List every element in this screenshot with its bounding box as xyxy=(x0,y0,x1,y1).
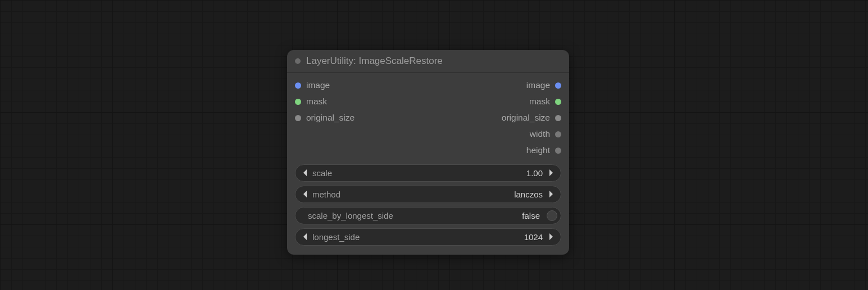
port-label: width xyxy=(530,128,550,140)
port-label: original_size xyxy=(502,112,550,124)
port-dot-icon[interactable] xyxy=(555,148,561,154)
widget-label: scale xyxy=(312,168,332,178)
output-port-original-size[interactable]: original_size xyxy=(502,112,561,124)
widget-value: lanczos xyxy=(514,190,543,199)
chevron-right-icon[interactable] xyxy=(546,189,556,199)
scale-by-longest-side-toggle[interactable]: scale_by_longest_side false xyxy=(295,207,561,224)
chevron-left-icon[interactable] xyxy=(300,168,310,178)
port-label: original_size xyxy=(306,112,355,124)
output-port-height[interactable]: height xyxy=(526,145,561,156)
port-label: height xyxy=(526,145,550,156)
port-dot-icon[interactable] xyxy=(555,99,561,105)
widget-label: scale_by_longest_side xyxy=(308,211,393,220)
longest-side-widget[interactable]: longest_side 1024 xyxy=(295,228,561,246)
widget-value: 1.00 xyxy=(526,168,543,178)
node-collapse-dot-icon[interactable] xyxy=(295,58,301,64)
node-body: image mask original_size image xyxy=(287,73,569,255)
chevron-left-icon[interactable] xyxy=(300,189,310,199)
port-label: image xyxy=(306,80,330,91)
chevron-left-icon[interactable] xyxy=(300,232,310,242)
port-dot-icon[interactable] xyxy=(555,131,561,137)
method-widget[interactable]: method lanczos xyxy=(295,186,561,203)
node-image-scale-restore[interactable]: LayerUtility: ImageScaleRestore image ma… xyxy=(287,50,569,255)
toggle-knob-icon[interactable] xyxy=(547,210,557,221)
widget-label: longest_side xyxy=(312,232,360,242)
port-dot-icon[interactable] xyxy=(295,82,301,89)
widget-label: method xyxy=(312,190,340,199)
output-port-mask[interactable]: mask xyxy=(529,96,561,108)
ports-area: image mask original_size image xyxy=(295,80,561,156)
scale-widget[interactable]: scale 1.00 xyxy=(295,164,561,182)
output-port-width[interactable]: width xyxy=(530,128,561,140)
port-label: mask xyxy=(529,96,550,108)
input-port-mask[interactable]: mask xyxy=(295,96,355,108)
inputs-column: image mask original_size xyxy=(295,80,355,156)
widget-value: false xyxy=(522,211,540,220)
node-header[interactable]: LayerUtility: ImageScaleRestore xyxy=(287,50,569,73)
node-title: LayerUtility: ImageScaleRestore xyxy=(306,56,443,67)
widget-value: 1024 xyxy=(524,232,543,242)
outputs-column: image mask original_size width height xyxy=(502,80,561,156)
port-label: mask xyxy=(306,96,327,108)
port-dot-icon[interactable] xyxy=(555,82,561,89)
chevron-right-icon[interactable] xyxy=(546,168,556,178)
input-port-original-size[interactable]: original_size xyxy=(295,112,355,124)
port-dot-icon[interactable] xyxy=(295,99,301,105)
port-dot-icon[interactable] xyxy=(555,115,561,121)
input-port-image[interactable]: image xyxy=(295,80,355,91)
port-label: image xyxy=(526,80,550,91)
chevron-right-icon[interactable] xyxy=(546,232,556,242)
output-port-image[interactable]: image xyxy=(526,80,561,91)
widgets-area: scale 1.00 method lanczos xyxy=(295,164,561,246)
port-dot-icon[interactable] xyxy=(295,115,301,121)
